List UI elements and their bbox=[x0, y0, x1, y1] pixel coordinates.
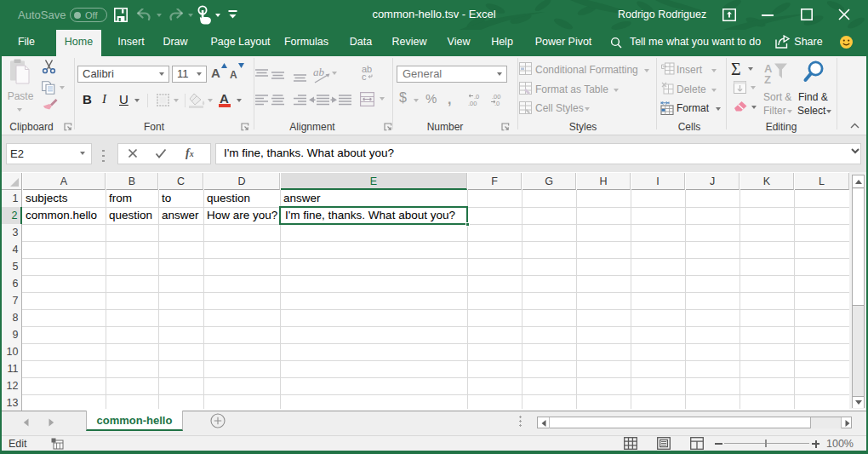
svg-text:c: c bbox=[362, 72, 367, 81]
svg-text:Z: Z bbox=[764, 73, 771, 84]
svg-text:.0: .0 bbox=[494, 100, 500, 106]
svg-text:.00: .00 bbox=[468, 100, 477, 106]
svg-text:ab: ab bbox=[313, 66, 325, 78]
